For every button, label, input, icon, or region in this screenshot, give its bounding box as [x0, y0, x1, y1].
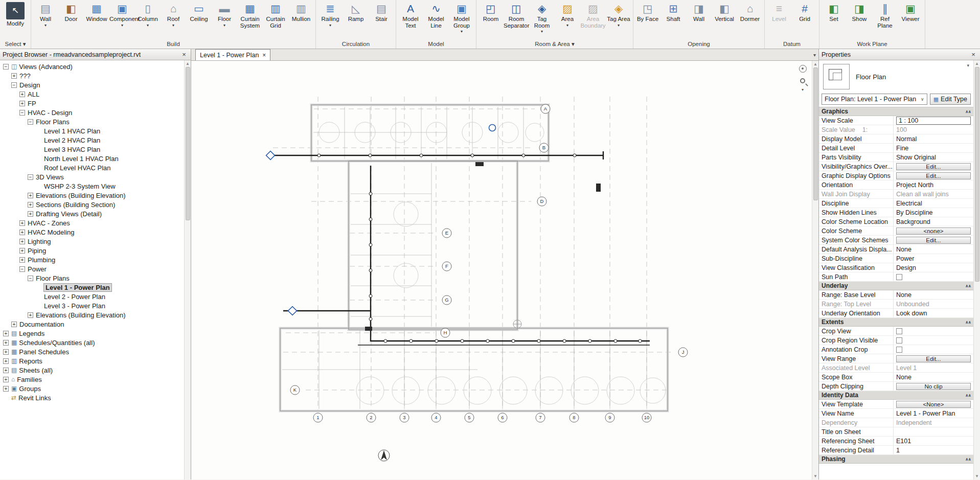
expand-toggle-icon[interactable]: + [3, 358, 9, 364]
ribbon-tool-ramp[interactable]: ◺Ramp [343, 2, 369, 22]
prop-value-title-on-sheet[interactable] [894, 427, 973, 436]
expand-toggle-icon[interactable]: + [19, 257, 25, 263]
tree-item-revit-links[interactable]: ⇄Revit Links [0, 393, 184, 402]
tree-item-all[interactable]: +ALL [0, 89, 184, 99]
tree-item-3d-views[interactable]: −3D Views [0, 172, 184, 181]
tree-item-wshp-2-3-system-view[interactable]: WSHP 2-3 System View [0, 181, 184, 191]
prop-value-associated-level[interactable]: Level 1 [894, 363, 973, 372]
ribbon-tool-tag-area[interactable]: ◈Tag Area▾ [606, 2, 631, 28]
prop-value-color-scheme-location[interactable]: Background [894, 217, 973, 226]
expand-toggle-icon[interactable]: + [19, 92, 25, 97]
ribbon-tool-model-group[interactable]: ▣Model Group▾ [449, 2, 474, 34]
canvas-scrollbar[interactable]: ▲ ▼ [812, 61, 818, 479]
zoom-icon[interactable] [797, 76, 808, 86]
collapse-toggle-icon[interactable]: − [19, 110, 25, 116]
prop-value-show-hidden-lines[interactable]: By Discipline [894, 208, 973, 217]
prop-value-display-model[interactable]: Normal [894, 134, 973, 143]
ribbon-tool-wall[interactable]: ◨Wall [686, 2, 712, 22]
ribbon-tool-room[interactable]: ◰Room [478, 2, 504, 22]
tree-item-families[interactable]: +⌂Families [0, 375, 184, 384]
tree-item-legends[interactable]: +▤Legends [0, 329, 184, 338]
tree-item-fp[interactable]: +FP [0, 99, 184, 108]
ribbon-tool-grid[interactable]: #Grid [792, 2, 817, 22]
tree-item-item[interactable]: +??? [0, 71, 184, 80]
prop-value-range-top-level[interactable]: Unbounded [894, 300, 973, 308]
ribbon-group-label-room-area[interactable]: Room & Area ▾ [476, 39, 633, 49]
scrollbar-thumb[interactable] [975, 67, 979, 282]
prop-checkbox-crop-region-visible[interactable] [896, 337, 902, 344]
tree-item-hvac-design[interactable]: −HVAC - Design [0, 108, 184, 117]
prop-value-discipline[interactable]: Electrical [894, 199, 973, 208]
prop-button-view-template[interactable]: <None> [896, 401, 971, 408]
tree-item-piping[interactable]: +Piping [0, 246, 184, 255]
expand-toggle-icon[interactable]: + [3, 340, 9, 346]
ribbon-tool-by-face[interactable]: ◳By Face [635, 2, 660, 22]
ribbon-tool-tag-room[interactable]: ◈Tag Room▾ [529, 2, 555, 34]
tree-item-views-advanced[interactable]: −◫Views (Advanced) [0, 62, 184, 71]
prop-value-detail-level[interactable]: Fine [894, 144, 973, 152]
ribbon-tool-area[interactable]: ▨Area▾ [555, 2, 580, 28]
tree-item-north-level-1-hvac-plan[interactable]: North Level 1 HVAC Plan [0, 154, 184, 163]
tab-list-caret-icon[interactable]: ▾ [813, 52, 816, 58]
prop-button-system-color-schemes[interactable]: Edit... [896, 237, 971, 244]
properties-scrollbar[interactable]: ▲ ▼ [973, 60, 980, 479]
ribbon-tool-wall[interactable]: ▤Wall▾ [33, 2, 58, 28]
expand-toggle-icon[interactable]: + [19, 248, 25, 254]
expand-toggle-icon[interactable]: + [19, 101, 25, 106]
view-tab-level-1-power-plan[interactable]: Level 1 - Power Plan × [195, 49, 270, 60]
zoom-dropdown-caret-icon[interactable]: ▾ [802, 88, 804, 92]
ribbon-tool-area-boundary[interactable]: ▨Area Boundary [580, 2, 606, 29]
prop-checkbox-annotation-crop[interactable] [896, 347, 902, 353]
ribbon-tool-ref-plane[interactable]: ∥Ref Plane [872, 2, 898, 29]
collapse-toggle-icon[interactable]: − [11, 82, 17, 88]
section-header-graphics[interactable]: Graphics∧∧ [819, 107, 973, 116]
ribbon-tool-stair[interactable]: ▤Stair [369, 2, 394, 22]
tree-item-level-1-power-plan[interactable]: Level 1 - Power Plan [0, 283, 184, 292]
expand-toggle-icon[interactable]: + [19, 230, 25, 235]
expand-toggle-icon[interactable]: + [3, 349, 9, 355]
collapse-chevron-icon[interactable]: ∧∧ [965, 457, 971, 462]
tree-item-floor-plans[interactable]: −Floor Plans [0, 117, 184, 126]
ribbon-tool-component[interactable]: ▣Component▾ [109, 2, 135, 28]
collapse-toggle-icon[interactable]: − [28, 174, 33, 180]
expand-toggle-icon[interactable]: + [11, 322, 17, 327]
edit-type-button[interactable]: ▦ Edit Type [930, 94, 971, 105]
ribbon-tool-model-line[interactable]: ∿Model Line [423, 2, 449, 29]
expand-toggle-icon[interactable]: + [28, 211, 33, 217]
expand-toggle-icon[interactable]: + [19, 239, 25, 244]
section-header-phasing[interactable]: Phasing∧∧ [819, 455, 973, 464]
close-icon[interactable]: × [969, 51, 977, 59]
tree-item-elevations-building-elevation[interactable]: +Elevations (Building Elevation) [0, 191, 184, 200]
prop-checkbox-crop-view[interactable] [896, 328, 902, 334]
scroll-down-icon[interactable]: ▼ [813, 473, 817, 479]
ribbon-tool-railing[interactable]: ≣Railing▾ [317, 2, 343, 28]
collapse-chevron-icon[interactable]: ∧∧ [965, 109, 971, 114]
expand-toggle-icon[interactable]: + [19, 220, 25, 226]
ribbon-tool-room-separator[interactable]: ◫Room Separator [504, 2, 529, 29]
ribbon-tool-floor[interactable]: ▬Floor▾ [212, 2, 237, 28]
tree-item-drafting-views-detail[interactable]: +Drafting Views (Detail) [0, 209, 184, 218]
tree-item-sections-building-section[interactable]: +Sections (Building Section) [0, 200, 184, 209]
scroll-up-icon[interactable]: ▲ [186, 60, 190, 67]
prop-value-sub-discipline[interactable]: Power [894, 254, 973, 263]
prop-value-scope-box[interactable]: None [894, 373, 973, 381]
collapse-toggle-icon[interactable]: − [28, 276, 33, 281]
expand-toggle-icon[interactable]: + [28, 312, 33, 318]
prop-button-view-range[interactable]: Edit... [896, 355, 971, 362]
prop-button-graphic-display-options[interactable]: Edit... [896, 172, 971, 179]
tree-item-hvac-zones[interactable]: +HVAC - Zones [0, 218, 184, 227]
collapse-toggle-icon[interactable]: − [28, 119, 33, 125]
expand-toggle-icon[interactable]: + [3, 331, 9, 336]
section-header-identity-data[interactable]: Identity Data∧∧ [819, 391, 973, 400]
preview-flyout-caret-icon[interactable]: ▾ [967, 63, 969, 68]
collapse-chevron-icon[interactable]: ∧∧ [965, 393, 971, 398]
ribbon-tool-door[interactable]: ◧Door [58, 2, 84, 22]
ribbon-tool-roof[interactable]: ⌂Roof▾ [161, 2, 186, 28]
navigation-wheel-icon[interactable] [797, 63, 808, 74]
project-browser-scrollbar[interactable]: ▲ [184, 60, 191, 479]
tree-item-reports[interactable]: +▥Reports [0, 356, 184, 365]
prop-checkbox-sun-path[interactable] [896, 274, 902, 280]
expand-toggle-icon[interactable]: + [3, 386, 9, 392]
prop-value-view-name[interactable]: Level 1 - Power Plan [894, 409, 973, 418]
scroll-up-icon[interactable]: ▲ [975, 60, 979, 67]
